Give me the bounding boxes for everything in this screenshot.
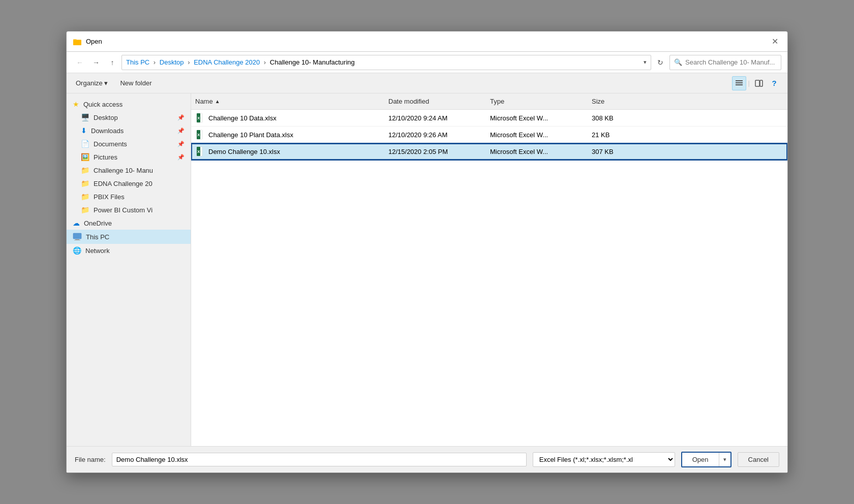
pin-icon-downloads: 📌 — [177, 128, 185, 134]
sidebar-item-label-powerbi: Power BI Custom Vi — [94, 206, 152, 214]
pin-icon-documents: 📌 — [177, 141, 185, 147]
file-name-input[interactable] — [112, 453, 527, 466]
search-input[interactable] — [685, 58, 777, 66]
sidebar-item-network[interactable]: 🌐 Network — [67, 244, 191, 257]
folder-icon-edna: 📁 — [81, 179, 89, 187]
svg-rect-2 — [736, 82, 743, 83]
forward-button[interactable]: → — [89, 55, 103, 70]
svg-rect-3 — [736, 84, 743, 85]
sort-by-name[interactable]: Name ▲ — [191, 96, 384, 107]
file-date-cell: 12/10/2020 9:24 AM — [384, 113, 486, 123]
view-buttons: | ? — [732, 76, 781, 90]
sidebar-item-label-onedrive: OneDrive — [84, 219, 112, 227]
nav-bar: ← → ↑ This PC › Desktop › EDNA Challenge… — [67, 52, 787, 73]
file-name-text: Challenge 10 Data.xlsx — [208, 114, 277, 122]
breadcrumb-part-2: Desktop — [160, 58, 184, 66]
sidebar-item-powerbi[interactable]: 📁 Power BI Custom Vi — [67, 203, 191, 216]
file-name-text: Challenge 10 Plant Data.xlsx — [208, 131, 293, 139]
excel-file-icon: X — [195, 130, 205, 140]
sidebar-item-thispc[interactable]: This PC — [67, 230, 191, 244]
sidebar-item-edna[interactable]: 📁 EDNA Challenge 20 — [67, 177, 191, 190]
sort-by-date[interactable]: Date modified — [384, 96, 486, 107]
svg-rect-4 — [755, 80, 759, 86]
back-button[interactable]: ← — [73, 55, 87, 70]
file-list: X Challenge 10 Data.xlsx12/10/2020 9:24 … — [191, 110, 787, 160]
file-list-header: Name ▲ Date modified Type Size — [191, 93, 787, 110]
sidebar-item-label-desktop: Desktop — [94, 114, 118, 121]
table-row[interactable]: X Demo Challenge 10.xlsx12/15/2020 2:05 … — [191, 143, 787, 160]
table-row[interactable]: X Challenge 10 Plant Data.xlsx12/10/2020… — [191, 127, 787, 143]
sort-by-type[interactable]: Type — [486, 96, 588, 107]
details-view-button[interactable] — [732, 76, 746, 90]
preview-pane-button[interactable] — [752, 76, 766, 90]
table-row[interactable]: X Challenge 10 Data.xlsx12/10/2020 9:24 … — [191, 110, 787, 127]
open-button[interactable]: Open — [682, 453, 719, 466]
breadcrumb-sep-2: › — [188, 58, 190, 66]
dialog-title: Open — [86, 38, 102, 45]
folder-icon-pbix: 📁 — [81, 193, 89, 201]
folder-icon-challenge10: 📁 — [81, 166, 89, 174]
file-size-cell: 307 KB — [588, 146, 649, 157]
network-icon: 🌐 — [73, 246, 81, 255]
search-box[interactable]: 🔍 — [669, 55, 781, 70]
sidebar-item-pbix[interactable]: 📁 PBIX Files — [67, 190, 191, 203]
file-type-select[interactable]: Excel Files (*.xl;*.xlsx;*.xlsm;*.xl — [533, 452, 675, 467]
sidebar-item-onedrive[interactable]: ☁ OneDrive — [67, 216, 191, 230]
close-button[interactable]: ✕ — [768, 35, 781, 48]
pictures-icon: 🖼️ — [81, 153, 89, 161]
file-type-cell: Microsoft Excel W... — [486, 113, 588, 123]
sort-by-size[interactable]: Size — [588, 96, 649, 107]
svg-text:X: X — [197, 149, 200, 154]
open-dialog: Open ✕ ← → ↑ This PC › Desktop › EDNA Ch… — [66, 31, 788, 473]
preview-pane-icon — [755, 79, 763, 87]
svg-rect-8 — [74, 240, 80, 240]
file-date-cell: 12/10/2020 9:26 AM — [384, 130, 486, 140]
sort-up-icon: ▲ — [215, 99, 220, 104]
cloud-icon: ☁ — [73, 219, 80, 227]
sidebar-item-pictures[interactable]: 🖼️ Pictures 📌 — [67, 150, 191, 164]
breadcrumb[interactable]: This PC › Desktop › EDNA Challenge 2020 … — [121, 55, 651, 70]
cancel-button[interactable]: Cancel — [738, 452, 779, 467]
sidebar-item-label-network: Network — [85, 247, 110, 255]
folder-icon-powerbi: 📁 — [81, 206, 89, 214]
organize-button[interactable]: Organize ▾ — [73, 77, 111, 89]
refresh-button[interactable]: ↻ — [653, 55, 667, 70]
sidebar-item-label-edna: EDNA Challenge 20 — [94, 180, 152, 187]
toolbar: Organize ▾ New folder | ? — [67, 73, 787, 93]
file-type-cell: Microsoft Excel W... — [486, 130, 588, 140]
up-button[interactable]: ↑ — [105, 55, 119, 70]
bottom-bar: File name: Excel Files (*.xl;*.xlsx;*.xl… — [67, 446, 787, 472]
file-name-cell: X Challenge 10 Data.xlsx — [191, 111, 384, 124]
file-size-cell: 308 KB — [588, 113, 649, 123]
star-icon: ★ — [73, 100, 79, 108]
file-size-cell: 21 KB — [588, 130, 649, 140]
col-date-label: Date modified — [388, 98, 429, 105]
search-icon: 🔍 — [674, 58, 682, 66]
sidebar-item-desktop[interactable]: 🖥️ Desktop 📌 — [67, 111, 191, 124]
sidebar-item-label-documents: Documents — [94, 140, 127, 148]
new-folder-button[interactable]: New folder — [117, 77, 155, 89]
sidebar: ★ Quick access 🖥️ Desktop 📌 ⬇ Downloads … — [67, 93, 191, 446]
breadcrumb-part-3: EDNA Challenge 2020 — [194, 58, 260, 66]
svg-rect-5 — [760, 80, 762, 86]
desktop-icon: 🖥️ — [81, 113, 89, 121]
breadcrumb-part-4: Challenge 10- Manufacturing — [270, 58, 355, 66]
title-bar-left: Open — [73, 37, 102, 46]
sidebar-item-challenge10[interactable]: 📁 Challenge 10- Manu — [67, 164, 191, 177]
open-dropdown-button[interactable]: ▾ — [719, 453, 730, 466]
documents-icon: 📄 — [81, 140, 89, 148]
pin-icon-pictures: 📌 — [177, 154, 185, 161]
breadcrumb-sep-1: › — [154, 58, 156, 66]
pin-icon-desktop: 📌 — [177, 114, 185, 121]
sidebar-item-label-challenge10: Challenge 10- Manu — [94, 167, 153, 174]
title-bar: Open ✕ — [67, 32, 787, 52]
svg-text:X: X — [197, 133, 200, 137]
col-type-label: Type — [490, 98, 504, 105]
sidebar-item-label-thispc: This PC — [86, 233, 109, 241]
sidebar-item-downloads[interactable]: ⬇ Downloads 📌 — [67, 124, 191, 137]
sidebar-item-quick-access[interactable]: ★ Quick access — [67, 98, 191, 111]
folder-icon — [73, 37, 82, 46]
sidebar-item-documents[interactable]: 📄 Documents 📌 — [67, 137, 191, 150]
details-view-icon — [735, 79, 743, 87]
help-button[interactable]: ? — [767, 76, 781, 90]
